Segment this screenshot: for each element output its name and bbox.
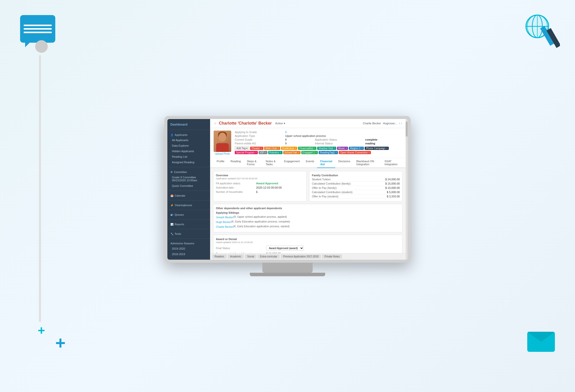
tab-financial-aid[interactable]: Financial Aid	[317, 158, 335, 168]
sidebar-reports-title[interactable]: 📊 Reports	[167, 221, 210, 227]
sidebar-item-grade9-committee[interactable]: Grade 9 Committee 09/22/2020 10:00am	[167, 175, 210, 183]
committee-icon: ⚙	[170, 171, 173, 174]
tag-financial-aid-close[interactable]: ×	[314, 147, 315, 149]
deco-plus-teal: +	[38, 324, 45, 337]
tab-decisions[interactable]: Decisions	[335, 158, 353, 168]
sidebar-item-hidden-applicants[interactable]: Hidden Applicants	[167, 148, 210, 154]
sidebar-item-assigned-reading[interactable]: Assigned Reading	[167, 159, 210, 165]
tab-notes-tasks[interactable]: Notes & Tasks	[263, 158, 281, 168]
tag-open-house[interactable]: Open House Conversion×	[339, 151, 371, 154]
sidebar-item-2018-2019[interactable]: 2018-2019	[167, 251, 210, 257]
sidebar-item-data-explorer[interactable]: Data Explorer	[167, 143, 210, 148]
tag-school-fair[interactable]: School Fair×	[283, 151, 301, 154]
contrib-row-3: Calculated Contribution (student): $ 5,0…	[312, 190, 400, 194]
bottom-tab-extra-curricular[interactable]: Extra-curricular	[258, 254, 280, 259]
tag-shadow-visit[interactable]: Shadow Visit×	[317, 147, 336, 150]
final-status-label: Final Status:	[216, 247, 266, 250]
tag-music[interactable]: Music×	[337, 147, 348, 150]
sibling-0-name[interactable]: Joseph Becker	[216, 216, 233, 219]
bottom-tab-readers[interactable]: Readers	[212, 254, 227, 259]
contrib-value-2: $ 10,000.00	[385, 186, 400, 189]
nav-prev-arrow[interactable]: ‹	[399, 122, 400, 125]
sibling-1-name[interactable]: Hugh Becker	[216, 220, 231, 223]
nav-label: Hugrosse...	[383, 122, 397, 125]
bottom-tab-social[interactable]: Social	[245, 254, 257, 259]
sidebar-item-quick-committee[interactable]: Quick Committee	[167, 183, 210, 189]
tag-region-c[interactable]: Region C×	[349, 147, 364, 150]
tag-math-club-close[interactable]: ×	[278, 147, 279, 149]
contrib-label-4: Offer to Pay (student):	[312, 195, 339, 198]
tag-special-program[interactable]: Special Program×	[235, 151, 258, 154]
profile-area: Upload Photo Applying to Grade 9 Applica…	[210, 128, 406, 158]
bottom-tab-prev-application[interactable]: Previous Application 2017-2018	[281, 254, 321, 259]
tab-events[interactable]: Events	[303, 158, 317, 168]
final-status-select[interactable]: Award Approved (award) Denied Pending	[266, 246, 304, 251]
sidebar-logo[interactable]: Dashboard	[167, 119, 210, 130]
tab-ssat[interactable]: SSAT Integration	[381, 158, 402, 168]
tab-engagement[interactable]: Engagement	[281, 158, 303, 168]
tag-phone-campaign[interactable]: Phone Campaign×	[365, 147, 389, 150]
current-grade-label: Current Grade	[235, 138, 281, 141]
sidebar-item-reading-list[interactable]: Reading List	[167, 154, 210, 159]
internal-status-value: reading	[365, 142, 402, 145]
bottom-tab-academic[interactable]: Academic	[228, 254, 244, 259]
contrib-label-2: Offer to Pay (family):	[312, 186, 337, 189]
tag-math-club[interactable]: Math Club×	[264, 147, 280, 150]
tag-robotics[interactable]: Robotics×	[268, 151, 282, 154]
sibling-2-detail: (K, Early Education application process,…	[233, 225, 290, 229]
add-tag-button[interactable]: Add Tag ▾	[235, 146, 249, 150]
tag-special-program-close[interactable]: ×	[255, 151, 257, 154]
nav-next-arrow[interactable]: ›	[401, 122, 402, 125]
households-value: 1	[256, 190, 258, 193]
sidebar-item-2019-2020[interactable]: 2019-2020	[167, 246, 210, 251]
tab-blackbaud[interactable]: Blackbaud ON Integration	[353, 158, 381, 168]
tag-reading-tag5-close[interactable]: ×	[336, 151, 337, 154]
tag-shadow-visit-close[interactable]: ×	[334, 147, 335, 149]
sidebar-committee-section: ⚙ Committee Grade 9 Committee 09/22/2020…	[167, 167, 210, 191]
tag-school-fair-close[interactable]: ×	[298, 151, 299, 154]
applying-grade-value: 9	[285, 131, 311, 134]
sidebar-queues-title[interactable]: 📬 Queues	[167, 212, 210, 217]
sidebar-tools-title[interactable]: 🔧 Tools	[167, 231, 210, 236]
tag-guide-jess[interactable]: GuideJess×	[281, 147, 298, 150]
contrib-value-4: $ 3,333.00	[387, 195, 400, 198]
calendar-icon: 📅	[170, 194, 173, 197]
tab-steps-forms[interactable]: Steps & Forms	[244, 158, 263, 168]
sidebar-clearinghouse-title[interactable]: ⚡ Clearinghouse	[167, 202, 210, 208]
tag-music-close[interactable]: ×	[346, 147, 347, 149]
star-icon[interactable]: ★	[214, 121, 217, 125]
fa-status-row: FA application status: Award Approved	[216, 182, 304, 185]
tabs-bar: Profile Reading Steps & Forms Notes & Ta…	[210, 158, 406, 168]
upload-photo-link[interactable]: Upload Photo	[215, 152, 230, 155]
tag-guide-jess-close[interactable]: ×	[295, 147, 296, 149]
tag-robotics-close[interactable]: ×	[280, 151, 281, 154]
sibling-2-name[interactable]: Charlie Becker	[216, 225, 233, 228]
deco-arrows	[540, 25, 560, 56]
tag-vip[interactable]: VIP×	[259, 151, 267, 154]
top-bar: ★ Charlotte 'Charlotte' Becker Action ▾ …	[210, 119, 406, 128]
tag-phone-campaign-close[interactable]: ×	[386, 147, 388, 149]
tab-reading[interactable]: Reading	[227, 158, 244, 168]
sidebar-calendar-title[interactable]: 📅 Calendar	[167, 193, 210, 198]
tag-theater-close[interactable]: ×	[261, 147, 262, 149]
tab-profile[interactable]: Profile	[214, 158, 227, 168]
sidebar-clearinghouse-section: ⚡ Clearinghouse	[167, 200, 210, 210]
profile-photo	[214, 131, 231, 152]
sidebar-item-all-applicants[interactable]: All Applicants	[167, 137, 210, 143]
award-card: Award or Denial Award updated 2020-12-16…	[213, 235, 403, 253]
contrib-row-0: Student Tuition: $ 24,000.00	[312, 177, 400, 182]
tag-engaged1[interactable]: Engaged 1×	[301, 151, 318, 154]
tag-theater[interactable]: Theater×	[250, 147, 263, 150]
tag-engaged1-close[interactable]: ×	[315, 151, 317, 154]
bottom-tab-private-notes[interactable]: Private Notes	[322, 254, 342, 259]
tag-vip-close[interactable]: ×	[265, 151, 266, 154]
profile-info: Applying to Grade 9 Application Type Upp…	[235, 131, 402, 154]
submitted-label: Submitted date:	[216, 186, 256, 189]
tag-region-c-close[interactable]: ×	[361, 147, 363, 149]
monitor-body: Dashboard 👤 Applicants All Applicants Da…	[164, 116, 411, 263]
family-contribution-card: Family Contribution Student Tuition: $ 2…	[309, 171, 403, 201]
tag-reading-tag5[interactable]: ReadingTag5×	[319, 151, 338, 154]
tag-financial-aid[interactable]: FinancialAid×	[298, 147, 316, 150]
action-button[interactable]: Action ▾	[274, 121, 287, 126]
tag-open-house-close[interactable]: ×	[368, 151, 370, 154]
